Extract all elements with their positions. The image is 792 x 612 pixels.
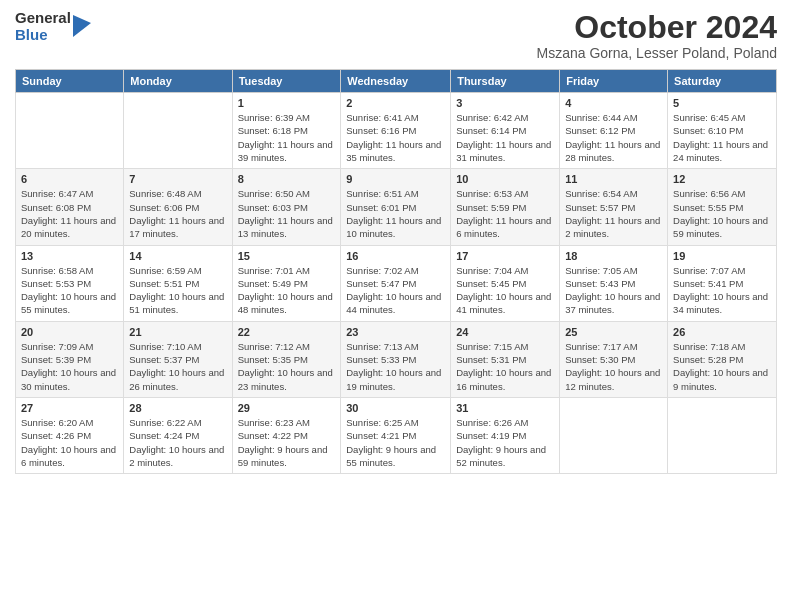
calendar-cell-0-2: 1Sunrise: 6:39 AMSunset: 6:18 PMDaylight… [232, 93, 341, 169]
calendar-cell-4-5 [560, 397, 668, 473]
day-info: Sunrise: 6:44 AMSunset: 6:12 PMDaylight:… [565, 111, 662, 164]
daylight-text: Daylight: 10 hours and 30 minutes. [21, 366, 118, 393]
calendar-cell-4-0: 27Sunrise: 6:20 AMSunset: 4:26 PMDayligh… [16, 397, 124, 473]
day-info: Sunrise: 7:07 AMSunset: 5:41 PMDaylight:… [673, 264, 771, 317]
sunset-text: Sunset: 6:14 PM [456, 124, 554, 137]
day-info: Sunrise: 6:47 AMSunset: 6:08 PMDaylight:… [21, 187, 118, 240]
day-info: Sunrise: 6:59 AMSunset: 5:51 PMDaylight:… [129, 264, 226, 317]
day-info: Sunrise: 6:39 AMSunset: 6:18 PMDaylight:… [238, 111, 336, 164]
sunrise-text: Sunrise: 7:18 AM [673, 340, 771, 353]
calendar-cell-1-2: 8Sunrise: 6:50 AMSunset: 6:03 PMDaylight… [232, 169, 341, 245]
daylight-text: Daylight: 10 hours and 19 minutes. [346, 366, 445, 393]
daylight-text: Daylight: 10 hours and 51 minutes. [129, 290, 226, 317]
calendar-cell-2-1: 14Sunrise: 6:59 AMSunset: 5:51 PMDayligh… [124, 245, 232, 321]
day-number: 29 [238, 402, 336, 414]
daylight-text: Daylight: 10 hours and 37 minutes. [565, 290, 662, 317]
day-info: Sunrise: 6:42 AMSunset: 6:14 PMDaylight:… [456, 111, 554, 164]
day-number: 19 [673, 250, 771, 262]
sunset-text: Sunset: 5:55 PM [673, 201, 771, 214]
day-number: 18 [565, 250, 662, 262]
header-saturday: Saturday [668, 70, 777, 93]
daylight-text: Daylight: 11 hours and 39 minutes. [238, 138, 336, 165]
calendar-cell-3-2: 22Sunrise: 7:12 AMSunset: 5:35 PMDayligh… [232, 321, 341, 397]
sunset-text: Sunset: 6:18 PM [238, 124, 336, 137]
sunrise-text: Sunrise: 7:09 AM [21, 340, 118, 353]
calendar-cell-0-4: 3Sunrise: 6:42 AMSunset: 6:14 PMDaylight… [451, 93, 560, 169]
day-number: 6 [21, 173, 118, 185]
header-tuesday: Tuesday [232, 70, 341, 93]
daylight-text: Daylight: 9 hours and 55 minutes. [346, 443, 445, 470]
sunrise-text: Sunrise: 7:15 AM [456, 340, 554, 353]
sunrise-text: Sunrise: 6:25 AM [346, 416, 445, 429]
sunset-text: Sunset: 5:59 PM [456, 201, 554, 214]
sunset-text: Sunset: 4:19 PM [456, 429, 554, 442]
day-number: 1 [238, 97, 336, 109]
sunrise-text: Sunrise: 6:26 AM [456, 416, 554, 429]
day-info: Sunrise: 7:13 AMSunset: 5:33 PMDaylight:… [346, 340, 445, 393]
daylight-text: Daylight: 10 hours and 2 minutes. [129, 443, 226, 470]
daylight-text: Daylight: 10 hours and 55 minutes. [21, 290, 118, 317]
sunrise-text: Sunrise: 6:44 AM [565, 111, 662, 124]
daylight-text: Daylight: 10 hours and 34 minutes. [673, 290, 771, 317]
calendar-cell-1-6: 12Sunrise: 6:56 AMSunset: 5:55 PMDayligh… [668, 169, 777, 245]
month-title: October 2024 [537, 10, 777, 45]
calendar-cell-1-5: 11Sunrise: 6:54 AMSunset: 5:57 PMDayligh… [560, 169, 668, 245]
calendar-cell-3-5: 25Sunrise: 7:17 AMSunset: 5:30 PMDayligh… [560, 321, 668, 397]
sunrise-text: Sunrise: 6:48 AM [129, 187, 226, 200]
daylight-text: Daylight: 10 hours and 41 minutes. [456, 290, 554, 317]
sunset-text: Sunset: 6:03 PM [238, 201, 336, 214]
day-number: 17 [456, 250, 554, 262]
calendar-cell-0-6: 5Sunrise: 6:45 AMSunset: 6:10 PMDaylight… [668, 93, 777, 169]
calendar-cell-4-6 [668, 397, 777, 473]
sunrise-text: Sunrise: 6:47 AM [21, 187, 118, 200]
sunrise-text: Sunrise: 6:42 AM [456, 111, 554, 124]
calendar-cell-3-4: 24Sunrise: 7:15 AMSunset: 5:31 PMDayligh… [451, 321, 560, 397]
day-number: 13 [21, 250, 118, 262]
sunrise-text: Sunrise: 7:07 AM [673, 264, 771, 277]
calendar-cell-2-0: 13Sunrise: 6:58 AMSunset: 5:53 PMDayligh… [16, 245, 124, 321]
day-number: 23 [346, 326, 445, 338]
sunset-text: Sunset: 5:43 PM [565, 277, 662, 290]
daylight-text: Daylight: 11 hours and 6 minutes. [456, 214, 554, 241]
day-number: 9 [346, 173, 445, 185]
day-info: Sunrise: 7:10 AMSunset: 5:37 PMDaylight:… [129, 340, 226, 393]
sunrise-text: Sunrise: 6:51 AM [346, 187, 445, 200]
sunset-text: Sunset: 5:31 PM [456, 353, 554, 366]
header-wednesday: Wednesday [341, 70, 451, 93]
sunrise-text: Sunrise: 6:50 AM [238, 187, 336, 200]
day-number: 14 [129, 250, 226, 262]
sunset-text: Sunset: 6:01 PM [346, 201, 445, 214]
logo-text: General Blue [15, 10, 71, 43]
calendar-cell-0-5: 4Sunrise: 6:44 AMSunset: 6:12 PMDaylight… [560, 93, 668, 169]
day-number: 15 [238, 250, 336, 262]
day-number: 10 [456, 173, 554, 185]
sunrise-text: Sunrise: 7:17 AM [565, 340, 662, 353]
sunset-text: Sunset: 4:24 PM [129, 429, 226, 442]
logo-general-text: General [15, 10, 71, 27]
day-number: 7 [129, 173, 226, 185]
sunrise-text: Sunrise: 6:59 AM [129, 264, 226, 277]
day-info: Sunrise: 6:22 AMSunset: 4:24 PMDaylight:… [129, 416, 226, 469]
day-info: Sunrise: 7:09 AMSunset: 5:39 PMDaylight:… [21, 340, 118, 393]
day-number: 20 [21, 326, 118, 338]
sunset-text: Sunset: 5:49 PM [238, 277, 336, 290]
page: General Blue October 2024 Mszana Gorna, … [0, 0, 792, 612]
daylight-text: Daylight: 11 hours and 2 minutes. [565, 214, 662, 241]
sunrise-text: Sunrise: 7:05 AM [565, 264, 662, 277]
calendar-cell-1-1: 7Sunrise: 6:48 AMSunset: 6:06 PMDaylight… [124, 169, 232, 245]
day-info: Sunrise: 6:25 AMSunset: 4:21 PMDaylight:… [346, 416, 445, 469]
day-info: Sunrise: 7:02 AMSunset: 5:47 PMDaylight:… [346, 264, 445, 317]
sunrise-text: Sunrise: 6:20 AM [21, 416, 118, 429]
sunrise-text: Sunrise: 6:41 AM [346, 111, 445, 124]
sunrise-text: Sunrise: 7:01 AM [238, 264, 336, 277]
calendar-cell-3-0: 20Sunrise: 7:09 AMSunset: 5:39 PMDayligh… [16, 321, 124, 397]
day-number: 5 [673, 97, 771, 109]
day-info: Sunrise: 7:05 AMSunset: 5:43 PMDaylight:… [565, 264, 662, 317]
day-number: 28 [129, 402, 226, 414]
daylight-text: Daylight: 10 hours and 48 minutes. [238, 290, 336, 317]
daylight-text: Daylight: 9 hours and 59 minutes. [238, 443, 336, 470]
sunrise-text: Sunrise: 7:04 AM [456, 264, 554, 277]
sunrise-text: Sunrise: 6:45 AM [673, 111, 771, 124]
calendar-table: Sunday Monday Tuesday Wednesday Thursday… [15, 69, 777, 474]
day-number: 30 [346, 402, 445, 414]
